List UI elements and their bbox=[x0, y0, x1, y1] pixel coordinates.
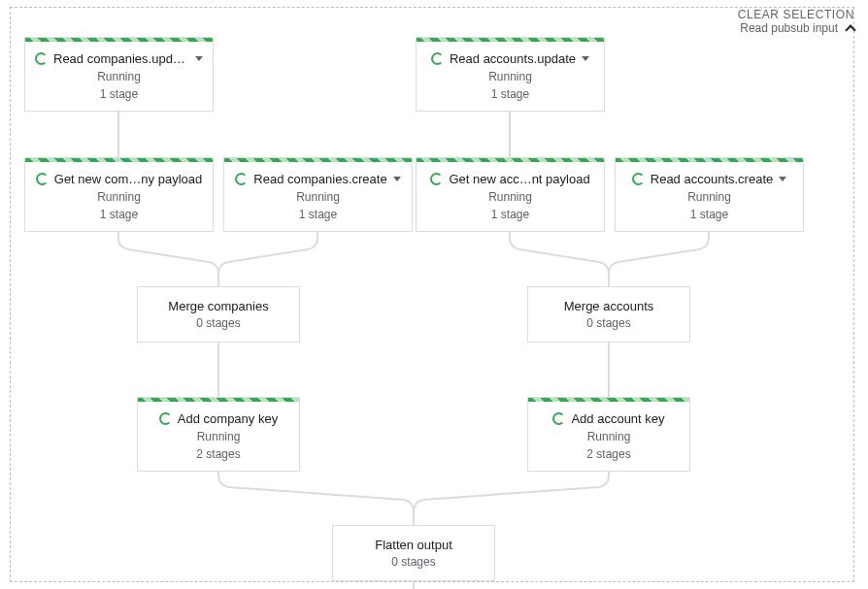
node-title: Merge accounts bbox=[538, 299, 680, 313]
node-status: Running bbox=[625, 190, 793, 204]
spinner-icon bbox=[431, 52, 444, 65]
node-stages: 1 stage bbox=[426, 208, 594, 221]
node-get-new-account-payload[interactable]: Get new acc…nt payload Running 1 stage bbox=[416, 157, 605, 232]
spinner-icon bbox=[632, 173, 645, 185]
running-stripe bbox=[417, 38, 604, 42]
node-stages: 2 stages bbox=[538, 447, 680, 461]
node-title: Read accounts.create bbox=[651, 172, 773, 186]
node-stages: 1 stage bbox=[426, 87, 594, 101]
section-title: Read pubsub input bbox=[740, 21, 838, 35]
spinner-icon bbox=[430, 173, 443, 185]
chevron-down-icon[interactable] bbox=[779, 177, 786, 181]
node-merge-companies[interactable]: Merge companies 0 stages bbox=[137, 286, 300, 343]
node-title: Get new com…ny payload bbox=[54, 172, 202, 186]
node-add-account-key[interactable]: Add account key Running 2 stages bbox=[527, 397, 690, 472]
spinner-icon bbox=[35, 52, 48, 65]
node-add-company-key[interactable]: Add company key Running 2 stages bbox=[137, 397, 300, 472]
node-merge-accounts[interactable]: Merge accounts 0 stages bbox=[527, 286, 690, 343]
node-read-companies-update[interactable]: Read companies.update Running 1 stage bbox=[24, 37, 214, 112]
clear-selection-link[interactable]: CLEAR SELECTION bbox=[738, 8, 854, 21]
running-stripe bbox=[224, 158, 412, 162]
chevron-down-icon[interactable] bbox=[582, 56, 589, 61]
node-title: Read accounts.update bbox=[450, 51, 576, 66]
node-title: Get new acc…nt payload bbox=[449, 172, 589, 186]
node-stages: 1 stage bbox=[625, 208, 793, 221]
node-stages: 0 stages bbox=[343, 555, 484, 569]
node-status: Running bbox=[35, 190, 203, 204]
node-read-accounts-update[interactable]: Read accounts.update Running 1 stage bbox=[416, 37, 605, 112]
spinner-icon bbox=[552, 412, 565, 425]
node-title: Read companies.update bbox=[53, 51, 189, 66]
node-title: Flatten output bbox=[343, 538, 484, 552]
spinner-icon bbox=[36, 173, 49, 185]
node-status: Running bbox=[426, 70, 594, 83]
node-status: Running bbox=[538, 430, 680, 443]
node-stages: 1 stage bbox=[35, 87, 203, 101]
chevron-down-icon[interactable] bbox=[195, 56, 203, 61]
spinner-icon bbox=[235, 173, 248, 185]
node-stages: 2 stages bbox=[148, 447, 289, 461]
node-read-companies-create[interactable]: Read companies.create Running 1 stage bbox=[223, 157, 413, 232]
node-title: Merge companies bbox=[148, 299, 289, 313]
spinner-icon bbox=[159, 412, 172, 425]
node-stages: 1 stage bbox=[234, 208, 402, 221]
running-stripe bbox=[417, 158, 604, 162]
node-status: Running bbox=[35, 70, 203, 83]
running-stripe bbox=[25, 38, 213, 42]
running-stripe bbox=[25, 158, 213, 162]
node-stages: 0 stages bbox=[538, 316, 680, 330]
node-stages: 0 stages bbox=[148, 316, 289, 330]
running-stripe bbox=[528, 398, 689, 402]
running-stripe bbox=[138, 398, 299, 402]
node-title: Add company key bbox=[178, 411, 278, 426]
node-status: Running bbox=[426, 190, 594, 204]
collapse-icon[interactable] bbox=[845, 24, 855, 35]
node-get-new-company-payload[interactable]: Get new com…ny payload Running 1 stage bbox=[24, 157, 214, 232]
node-status: Running bbox=[148, 430, 289, 443]
running-stripe bbox=[616, 158, 803, 162]
node-status: Running bbox=[234, 190, 402, 204]
node-flatten-output[interactable]: Flatten output 0 stages bbox=[332, 525, 495, 581]
node-title: Read companies.create bbox=[253, 172, 386, 186]
node-stages: 1 stage bbox=[35, 208, 203, 221]
node-title: Add account key bbox=[571, 411, 664, 426]
chevron-down-icon[interactable] bbox=[393, 177, 401, 181]
node-read-accounts-create[interactable]: Read accounts.create Running 1 stage bbox=[615, 157, 804, 232]
